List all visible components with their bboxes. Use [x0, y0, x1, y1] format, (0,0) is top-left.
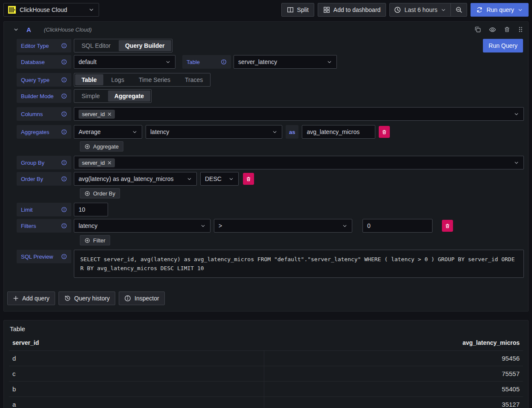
info-icon[interactable] — [221, 59, 227, 65]
info-icon[interactable] — [61, 223, 67, 229]
column-header-avg-latency-micros[interactable]: avg_latency_micros — [264, 339, 523, 346]
sql-editor-option[interactable]: SQL Editor — [74, 39, 118, 52]
group-by-label: Group By — [17, 156, 71, 169]
group-by-chip: server_id — [79, 158, 115, 167]
query-type-traces[interactable]: Traces — [178, 73, 210, 86]
remove-chip-icon[interactable] — [108, 112, 111, 116]
query-header-actions — [474, 26, 523, 33]
cell-server-id: a — [9, 397, 264, 408]
columns-label: Columns — [17, 107, 71, 121]
info-icon[interactable] — [61, 254, 67, 259]
sql-preview-row: SQL Preview SELECT server_id, avg(latenc… — [17, 250, 524, 278]
explore-footer: Add query Query history Inspector — [4, 280, 528, 306]
order-direction-select[interactable]: DESC — [200, 172, 239, 186]
add-to-dashboard-label: Add to dashboard — [333, 6, 381, 13]
remove-order-by-button[interactable] — [243, 173, 254, 185]
clock-icon — [394, 6, 401, 13]
table-row[interactable]: d 95456 — [9, 350, 523, 366]
query-history-button[interactable]: Query history — [58, 291, 115, 305]
split-button[interactable]: Split — [281, 3, 314, 17]
builder-mode-simple[interactable]: Simple — [74, 90, 107, 102]
panel-title: Table — [9, 324, 523, 339]
cell-avg-latency: 55405 — [264, 382, 523, 396]
columns-multiselect[interactable]: server_id — [74, 107, 524, 121]
chevron-down-icon — [327, 59, 332, 65]
table-row[interactable]: b 55405 — [9, 381, 523, 396]
datasource-picker[interactable]: ClickHouse Cloud — [3, 3, 99, 17]
table-row[interactable]: a 35127 — [9, 396, 523, 408]
run-query-button[interactable]: Run query — [471, 3, 529, 17]
time-range-picker: Last 6 hours — [389, 3, 467, 17]
chevron-down-icon — [165, 59, 171, 65]
info-icon[interactable] — [61, 111, 67, 117]
builder-mode-row: Builder Mode Simple Aggregate — [17, 89, 524, 103]
info-icon[interactable] — [61, 77, 67, 83]
plus-circle-icon — [85, 144, 90, 149]
collapse-query-icon[interactable] — [13, 27, 19, 32]
inspector-button[interactable]: Inspector — [119, 291, 165, 305]
aggregates-row: Aggregates Average latency as avg_latenc… — [17, 125, 524, 139]
remove-chip-icon[interactable] — [108, 161, 111, 165]
add-aggregate-button[interactable]: Aggregate — [80, 141, 123, 152]
query-type-logs[interactable]: Logs — [104, 73, 132, 86]
add-query-button[interactable]: Add query — [7, 291, 55, 305]
remove-aggregate-button[interactable] — [379, 126, 390, 138]
dashboard-grid-icon — [323, 6, 330, 13]
info-icon[interactable] — [61, 176, 67, 182]
filter-column-select[interactable]: latency — [74, 219, 210, 233]
info-icon[interactable] — [61, 93, 67, 99]
time-range-button[interactable]: Last 6 hours — [390, 3, 450, 16]
add-to-dashboard-button[interactable]: Add to dashboard — [318, 3, 386, 17]
info-icon[interactable] — [61, 43, 67, 49]
group-by-multiselect[interactable]: server_id — [74, 156, 524, 169]
info-icon[interactable] — [61, 59, 67, 65]
run-query-inline-button[interactable]: Run Query — [483, 39, 523, 52]
filters-row: Filters latency > 0 — [17, 219, 524, 233]
aggregate-function-select[interactable]: Average — [74, 125, 142, 139]
zoom-out-time-button[interactable] — [450, 3, 467, 16]
info-icon[interactable] — [61, 129, 67, 135]
trash-icon — [445, 223, 450, 229]
remove-filter-button[interactable] — [442, 220, 453, 232]
limit-input[interactable]: 10 — [74, 203, 108, 216]
add-filter-button[interactable]: Filter — [80, 235, 110, 245]
query-ref-id[interactable]: A — [26, 26, 31, 33]
hide-query-icon[interactable] — [489, 26, 496, 33]
aggregate-alias-input[interactable]: avg_latency_micros — [302, 125, 375, 139]
duplicate-query-icon[interactable] — [474, 26, 481, 33]
refresh-icon — [476, 6, 483, 13]
chevron-down-icon — [514, 160, 519, 166]
order-by-label: Order By — [17, 172, 71, 186]
column-header-server-id[interactable]: server_id — [9, 339, 264, 346]
add-order-by-row: Order By — [80, 188, 524, 198]
order-by-expression-select[interactable]: avg(latency) as avg_latency_micros — [74, 172, 197, 186]
drag-handle-icon[interactable] — [518, 26, 523, 33]
trash-icon — [382, 129, 387, 135]
cell-server-id: d — [9, 351, 264, 366]
query-type-time-series[interactable]: Time Series — [132, 73, 178, 86]
builder-mode-aggregate[interactable]: Aggregate — [108, 90, 150, 102]
aggregate-column-select[interactable]: latency — [146, 125, 282, 139]
as-label: as — [286, 125, 298, 139]
query-builder-option[interactable]: Query Builder — [119, 40, 171, 51]
aggregate-function-value: Average — [79, 128, 101, 135]
plus-icon — [13, 295, 19, 301]
cell-avg-latency: 95456 — [264, 351, 523, 366]
delete-query-icon[interactable] — [504, 26, 510, 33]
time-range-label: Last 6 hours — [404, 6, 437, 13]
filter-operator-select[interactable]: > — [214, 219, 352, 233]
table-select[interactable]: server_latency — [234, 55, 337, 69]
limit-label: Limit — [17, 203, 71, 216]
table-row[interactable]: c 75557 — [9, 366, 523, 381]
database-select[interactable]: default — [74, 55, 175, 69]
editor-type-label: Editor Type — [17, 39, 71, 52]
info-icon[interactable] — [61, 160, 67, 166]
info-icon[interactable] — [61, 207, 67, 213]
filter-value-input[interactable]: 0 — [362, 219, 433, 233]
table-header-row: server_id avg_latency_micros — [9, 339, 523, 350]
group-by-row: Group By server_id — [17, 156, 524, 169]
chevron-down-icon[interactable] — [517, 7, 523, 13]
table-label: Table — [182, 55, 231, 69]
add-order-by-button[interactable]: Order By — [80, 188, 120, 198]
query-type-table[interactable]: Table — [75, 74, 103, 85]
